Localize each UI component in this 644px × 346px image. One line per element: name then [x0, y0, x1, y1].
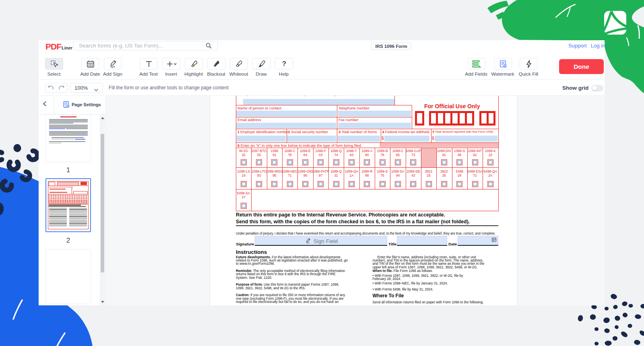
svg-text:?: ?: [282, 60, 286, 68]
